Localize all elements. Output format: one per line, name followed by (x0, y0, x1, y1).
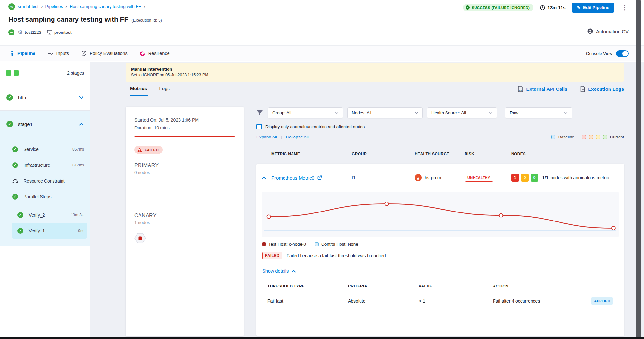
sidebar-step-service[interactable]: ✓ Service 857ms (0, 141, 90, 157)
external-link-icon[interactable] (317, 175, 322, 180)
chevron-down-icon (489, 112, 493, 114)
sidebar-stage-http[interactable]: ✓ http (0, 84, 90, 111)
success-check-icon: ✓ (12, 162, 18, 168)
sidebar-step-verify-1[interactable]: ✓ Verify_1 9m (12, 223, 87, 239)
chart-color-legend: Baseline Current (551, 135, 624, 139)
nodes-summary: 1 0 0 1/1 nodes with anomalous metric (511, 174, 619, 182)
collapse-row-chevron[interactable] (262, 176, 271, 179)
pencil-icon: ✎ (577, 5, 581, 10)
window-bottom-edge (0, 337, 644, 339)
chevron-up-icon (292, 270, 296, 273)
breadcrumb-pipelines[interactable]: Pipelines (45, 4, 63, 9)
metrics-filters: Group: All Nodes: All Health Source: All (256, 107, 624, 118)
tab-resilience[interactable]: Resilience (140, 46, 170, 61)
resource-constraint-icon (12, 179, 18, 183)
environment-chip[interactable]: promtest (47, 30, 72, 35)
stages-summary: 2 stages (0, 62, 90, 84)
edit-pipeline-button[interactable]: ✎ Edit Pipeline (572, 3, 614, 13)
console-view-label: Console View (586, 51, 612, 56)
verification-tabs: Metrics Logs API External API Calls (130, 86, 624, 96)
prometheus-icon (415, 174, 422, 181)
execution-logs-link[interactable]: Execution Logs (580, 86, 624, 92)
console-view-toggle[interactable] (616, 50, 629, 57)
document-icon (580, 86, 585, 92)
monitor-icon (47, 30, 52, 35)
sidebar-step-verify-2[interactable]: ✓ Verify_2 13m 3s (12, 207, 87, 223)
inputs-icon (48, 51, 53, 56)
more-options-icon[interactable]: ⋮ (620, 4, 629, 11)
show-details-link[interactable]: Show details (262, 268, 618, 274)
page-title: Host sampling canary testing with FF (8, 15, 128, 23)
clock-icon (540, 5, 545, 10)
data-mode-select[interactable]: Raw (505, 107, 572, 118)
shield-check-icon (81, 51, 87, 56)
expand-all-link[interactable]: Expand All (256, 135, 277, 139)
current-red-swatch (582, 135, 586, 139)
tab-inputs[interactable]: Inputs (48, 46, 69, 61)
baseline-legend-swatch (551, 135, 555, 139)
canary-label: CANARY (134, 213, 235, 219)
anomalous-only-checkbox[interactable] (256, 124, 262, 129)
control-host-legend: Control Host: None (315, 242, 358, 247)
canary-chart-panel[interactable] (262, 192, 619, 237)
chaos-icon (140, 51, 145, 56)
stages-count: 2 stages (67, 71, 84, 76)
tab-policy-evaluations[interactable]: Policy Evaluations (81, 46, 128, 61)
nodes-filter-select[interactable]: Nodes: All (347, 107, 423, 118)
sidebar-stage-stage1[interactable]: ✓ stage1 (0, 111, 90, 137)
status-badge: ✓ SUCCESS (FAILURE IGNORED) (463, 4, 533, 11)
chevron-down-icon (335, 112, 339, 114)
api-document-icon: API (518, 86, 523, 92)
filter-icon (256, 110, 263, 116)
group-filter-select[interactable]: Group: All (268, 107, 343, 118)
metrics-panel: Group: All Nodes: All Health Source: All (256, 107, 624, 336)
metric-table-row: Prometheus Metric0 f1 (256, 164, 624, 192)
metrics-table-header: METRIC NAME GROUP HEALTH SOURCE RISK NOD… (256, 152, 624, 156)
anomalous-only-label: Display only anomalous metrics and affec… (265, 124, 365, 129)
canary-node-count: 1 nodes (134, 220, 235, 225)
chevron-down-icon (415, 112, 418, 114)
chevron-up-icon[interactable] (79, 123, 83, 126)
metric-name-link[interactable]: Prometheus Metric0 (271, 175, 352, 181)
tab-metrics[interactable]: Metrics (130, 86, 147, 96)
current-user[interactable]: Automation CV (587, 28, 629, 34)
failed-badge: FAILED (262, 252, 282, 259)
execution-id: (Execution Id: 5) (131, 18, 162, 23)
divider: | (281, 135, 282, 139)
sidebar-step-resource-constraint[interactable]: Resource Constraint (0, 173, 90, 189)
external-api-calls-link[interactable]: API External API Calls (518, 86, 567, 92)
manual-intervention-banner: Manual Intervention Set to IGNORE on 05-… (126, 63, 624, 82)
test-host-swatch (262, 242, 266, 246)
canary-chart-svg (262, 192, 619, 237)
tab-pipeline[interactable]: Pipeline (10, 46, 35, 61)
primary-node-count: 0 nodes (134, 170, 235, 175)
threshold-action: Fail after 4 occurrences (493, 298, 584, 304)
risk-badge: UNHEALTHY (465, 174, 493, 182)
success-check-icon: ✓ (17, 212, 23, 218)
sidebar-step-infrastructure[interactable]: ✓ Infrastructure 617ms (0, 157, 90, 173)
vertical-scrollbar[interactable] (636, 0, 641, 339)
main-content: Manual Intervention Set to IGNORE on 05-… (90, 62, 644, 339)
collapse-all-link[interactable]: Collapse All (286, 135, 309, 139)
success-check-icon: ✓ (6, 94, 13, 101)
stage-square-icon (6, 70, 11, 76)
failure-reason-row: FAILED Failed because a fail-fast thresh… (262, 252, 618, 259)
breadcrumb-project[interactable]: srm-hf-test (18, 4, 39, 9)
metric-group: f1 (352, 175, 415, 180)
metric-health-source: hs-prom (415, 174, 465, 181)
header: ∞ srm-hf-test › Pipelines › Host samplin… (0, 0, 644, 45)
control-host-swatch (315, 242, 319, 246)
threshold-criteria: Absolute (348, 298, 419, 304)
breadcrumb-pipeline-name[interactable]: Host sampling canary testing with FF (70, 4, 141, 9)
canary-node-hexagon[interactable] (134, 233, 235, 243)
tab-logs[interactable]: Logs (159, 86, 170, 96)
health-source-filter-select[interactable]: Health Source: All (427, 107, 497, 118)
chart-series-legend: Test Host: c-node-0 Control Host: None (262, 242, 618, 247)
chevron-down-icon[interactable] (79, 96, 83, 99)
metric-card: Prometheus Metric0 f1 (256, 164, 624, 336)
current-orange-swatch (589, 135, 593, 139)
service-chip[interactable]: ⚙ test1123 (18, 29, 41, 36)
threshold-type: Fail fast (267, 298, 348, 304)
verification-summary-card: Started On: Jul 5, 2023 1:06 PM Duration… (126, 107, 244, 336)
sidebar-step-parallel-steps[interactable]: ✓ Parallel Steps (0, 189, 90, 204)
